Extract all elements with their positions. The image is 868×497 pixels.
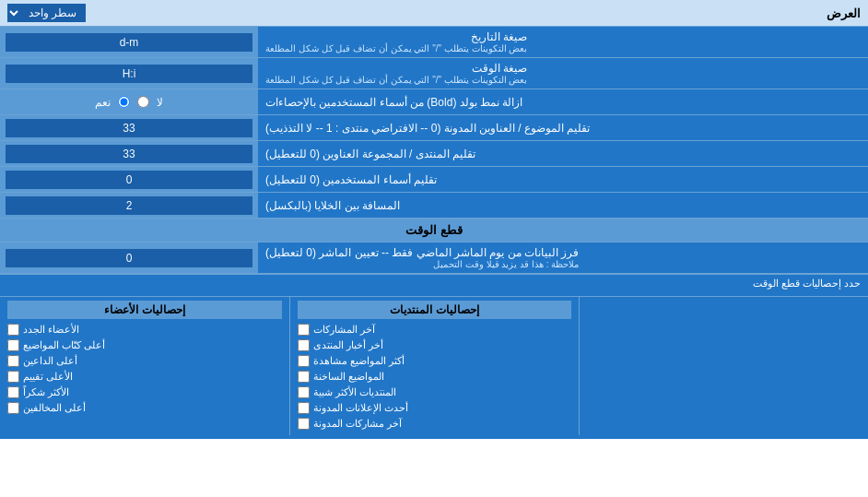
date-format-label: صيغة التاريخ بعض التكوينات يتطلب "/" الت… — [258, 27, 868, 57]
dropdown-container[interactable]: سطر واحدسطرينثلاثة أسطر — [7, 4, 86, 22]
header-row: العرض سطر واحدسطرينثلاثة أسطر — [0, 0, 868, 27]
date-format-row: صيغة التاريخ بعض التكوينات يتطلب "/" الت… — [0, 27, 868, 58]
stats-members-item-4: الأكثر شكراً — [7, 385, 282, 400]
bold-usernames-input-container: لا نعم — [0, 89, 258, 114]
stats-forums-item-2: أكثر المواضيع مشاهدة — [298, 353, 571, 369]
stats-col-forums: إحصاليات المنتديات آخر المشاركات أخر أخب… — [289, 297, 579, 435]
truncate-usernames-input[interactable] — [6, 171, 252, 189]
time-cut-label: فرز البيانات من يوم الماشر الماضي فقط --… — [258, 243, 868, 273]
bold-radio-group: لا نعم — [95, 96, 163, 109]
time-format-input[interactable] — [6, 65, 252, 83]
truncate-usernames-label: تقليم أسماء المستخدمين (0 للتعطيل) — [258, 167, 868, 192]
stats-members-check-4[interactable] — [7, 386, 19, 398]
stats-forums-check-6[interactable] — [298, 418, 310, 430]
bold-yes-radio[interactable] — [118, 96, 130, 108]
time-cut-header: قطع الوقت — [0, 219, 868, 243]
stats-forums-item-3: المواضيع الساخنة — [298, 369, 571, 385]
stats-section: إحصاليات المنتديات آخر المشاركات أخر أخب… — [0, 292, 868, 439]
truncate-subject-input[interactable] — [6, 119, 252, 137]
bold-usernames-row: ازالة نمط بولد (Bold) من أسماء المستخدمي… — [0, 89, 868, 115]
truncate-subject-label: تقليم الموضوع / العناوين المدونة (0 -- ا… — [258, 115, 868, 140]
stats-col-right — [579, 297, 868, 435]
stats-forums-check-4[interactable] — [298, 386, 310, 398]
date-format-input-container — [0, 27, 258, 57]
stats-members-item-1: أعلى كتّاب المواضيع — [7, 337, 282, 353]
stats-col-members: إحصاليات الأعضاء الأعضاء الجدد أعلى كتّا… — [0, 297, 289, 435]
stats-members-check-1[interactable] — [7, 339, 19, 351]
stats-members-check-2[interactable] — [7, 355, 19, 367]
display-dropdown[interactable]: سطر واحدسطرينثلاثة أسطر — [7, 4, 86, 22]
stats-members-item-3: الأعلى تقييم — [7, 369, 282, 385]
cell-spacing-row: المسافة بين الخلايا (بالبكسل) — [0, 193, 868, 219]
stats-forums-item-4: المنتديات الأكثر شبية — [298, 385, 571, 400]
stats-forums-check-5[interactable] — [298, 402, 310, 414]
truncate-forum-input-container — [0, 141, 258, 166]
stats-forums-item-6: آخر مشاركات المدونة — [298, 416, 571, 432]
stats-members-item-0: الأعضاء الجدد — [7, 322, 282, 337]
time-cut-input-container — [0, 243, 258, 273]
time-cut-input[interactable] — [6, 249, 252, 267]
time-format-label: صيغة الوقت بعض التكوينات يتطلب "/" التي … — [258, 58, 868, 89]
bold-no-radio[interactable] — [137, 96, 149, 108]
stats-forums-check-2[interactable] — [298, 355, 310, 367]
stats-forums-check-0[interactable] — [298, 324, 310, 336]
time-format-row: صيغة الوقت بعض التكوينات يتطلب "/" التي … — [0, 58, 868, 89]
time-cut-row: فرز البيانات من يوم الماشر الماضي فقط --… — [0, 243, 868, 274]
stats-members-check-5[interactable] — [7, 402, 19, 414]
truncate-subject-row: تقليم الموضوع / العناوين المدونة (0 -- ا… — [0, 115, 868, 141]
truncate-forum-label: تقليم المنتدى / المجموعة العناوين (0 للت… — [258, 141, 868, 166]
truncate-forum-row: تقليم المنتدى / المجموعة العناوين (0 للت… — [0, 141, 868, 167]
stats-forums-item-0: آخر المشاركات — [298, 322, 571, 337]
bold-usernames-label: ازالة نمط بولد (Bold) من أسماء المستخدمي… — [258, 89, 868, 114]
cell-spacing-input[interactable] — [6, 196, 252, 215]
page-title: العرض — [827, 6, 861, 20]
truncate-forum-input[interactable] — [6, 145, 252, 163]
stats-members-header: إحصاليات الأعضاء — [7, 301, 282, 319]
stats-members-item-2: أعلى الداعين — [7, 353, 282, 369]
limit-section: حدد إحصاليات قطع الوقت — [0, 274, 868, 292]
stats-members-check-0[interactable] — [7, 324, 19, 336]
cell-spacing-label: المسافة بين الخلايا (بالبكسل) — [258, 193, 868, 218]
stats-forums-header: إحصاليات المنتديات — [298, 301, 571, 319]
time-format-input-container — [0, 58, 258, 89]
truncate-usernames-row: تقليم أسماء المستخدمين (0 للتعطيل) — [0, 167, 868, 193]
stats-members-check-3[interactable] — [7, 371, 19, 383]
truncate-subject-input-container — [0, 115, 258, 140]
stats-forums-item-1: أخر أخبار المنتدى — [298, 337, 571, 353]
date-format-input[interactable] — [6, 33, 252, 52]
stats-forums-check-1[interactable] — [298, 339, 310, 351]
cell-spacing-input-container — [0, 193, 258, 218]
truncate-usernames-input-container — [0, 167, 258, 192]
stats-members-item-5: أعلى المخالفين — [7, 400, 282, 416]
stats-forums-check-3[interactable] — [298, 371, 310, 383]
stats-grid: إحصاليات المنتديات آخر المشاركات أخر أخب… — [0, 296, 868, 435]
stats-forums-item-5: أحدث الإعلانات المدونة — [298, 400, 571, 416]
